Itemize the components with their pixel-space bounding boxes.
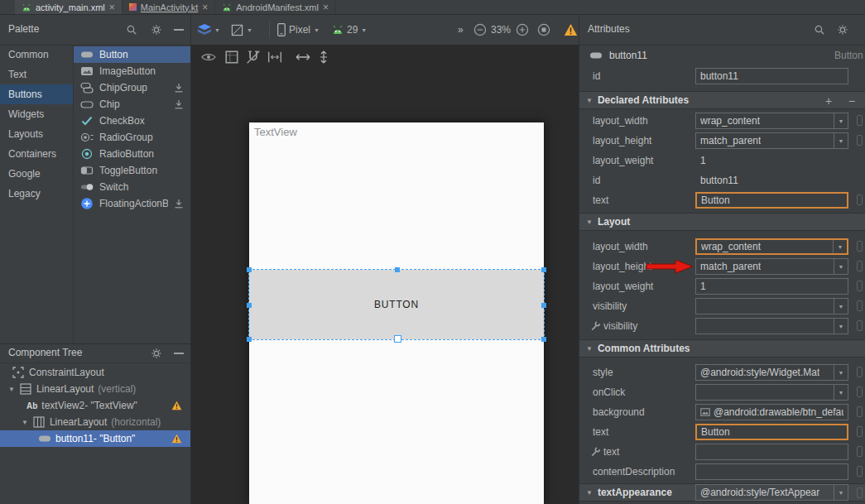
- autoconnect-off-magnet-icon[interactable]: [246, 50, 261, 65]
- layout-weight-input[interactable]: 1: [695, 278, 848, 295]
- id-value[interactable]: button11: [700, 170, 738, 190]
- surface-mode-selector[interactable]: ▼: [198, 15, 220, 45]
- vertical-distribute-icon[interactable]: [319, 50, 329, 65]
- section-layout[interactable]: ▼ Layout: [579, 213, 865, 231]
- download-icon[interactable]: [174, 99, 184, 109]
- background-input[interactable]: @android:drawable/btn_defau: [695, 404, 848, 420]
- onclick-dropdown[interactable]: ▼: [695, 384, 848, 401]
- design-canvas[interactable]: TextView BUTTON: [191, 45, 579, 504]
- close-tab-icon[interactable]: ×: [202, 2, 208, 12]
- dropdown-arrow-icon[interactable]: ▼: [834, 299, 848, 314]
- warnings-button[interactable]: [564, 15, 578, 45]
- textview-widget[interactable]: TextView: [254, 126, 297, 138]
- selection-handle-top-left[interactable]: [247, 267, 252, 272]
- blueprint-toggle[interactable]: ▼: [231, 15, 252, 45]
- palette-category-buttons[interactable]: Buttons: [0, 84, 73, 104]
- palette-item-floatingactionbutton[interactable]: FloatingActionB...: [74, 195, 190, 212]
- section-common-attributes[interactable]: ▼ Common Attributes: [579, 339, 865, 358]
- minimize-icon[interactable]: [174, 353, 184, 354]
- toolbar-overflow-button[interactable]: »: [458, 15, 464, 45]
- remove-attribute-button[interactable]: −: [848, 92, 855, 110]
- palette-item-chipgroup[interactable]: ChipGroup: [74, 79, 190, 96]
- close-tab-icon[interactable]: ×: [109, 2, 115, 12]
- dropdown-arrow-icon[interactable]: ▼: [833, 240, 847, 253]
- default-margins-icon[interactable]: [267, 50, 282, 65]
- selection-handle-middle-right[interactable]: [541, 303, 546, 308]
- resource-picker-button[interactable]: [857, 115, 863, 126]
- layout-width-dropdown[interactable]: wrap_content ▼: [695, 113, 848, 129]
- search-icon[interactable]: [126, 24, 137, 36]
- resource-picker-button[interactable]: [857, 426, 863, 437]
- resource-picker-button[interactable]: [857, 320, 863, 331]
- tree-item-linearlayout-vertical[interactable]: ▼ LinearLayout (vertical): [0, 381, 190, 397]
- warning-icon[interactable]: [171, 401, 182, 410]
- textappearance-dropdown[interactable]: @android:style/TextAppear ▼: [695, 484, 848, 501]
- selection-handle-top-center[interactable]: [395, 267, 400, 272]
- tree-item-button11[interactable]: button11- "Button": [0, 430, 190, 447]
- id-input[interactable]: button11: [695, 68, 848, 84]
- resource-picker-button[interactable]: [857, 281, 863, 291]
- tree-item-linearlayout-horizontal[interactable]: ▼ LinearLayout (horizontal): [0, 414, 190, 430]
- selection-handle-bottom-left[interactable]: [247, 337, 252, 342]
- palette-item-checkbox[interactable]: CheckBox: [74, 113, 190, 129]
- content-description-input[interactable]: [695, 463, 848, 480]
- tab-androidmanifest-xml[interactable]: AndroidManifest.xml ×: [215, 0, 336, 14]
- api-level-selector[interactable]: 29 ▼: [332, 15, 367, 45]
- tab-mainactivity-kt[interactable]: MainActivity.kt ×: [123, 0, 216, 14]
- section-declared-attributes[interactable]: ▼ Declared Attributes + −: [579, 91, 865, 109]
- layout-height-dropdown[interactable]: match_parent ▼: [695, 258, 848, 275]
- palette-item-chip[interactable]: Chip: [74, 96, 190, 113]
- expand-chevron-icon[interactable]: ▼: [8, 386, 15, 393]
- show-constraints-icon[interactable]: [224, 50, 239, 65]
- tools-text-input[interactable]: [695, 444, 848, 460]
- resource-picker-button[interactable]: [857, 367, 863, 377]
- tree-item-textview2[interactable]: Ab textView2- "TextView": [0, 397, 190, 414]
- resource-picker-button[interactable]: [857, 261, 863, 271]
- resource-picker-button[interactable]: [857, 194, 863, 205]
- gear-icon[interactable]: [151, 348, 162, 359]
- minimize-icon[interactable]: [174, 29, 184, 31]
- style-dropdown[interactable]: @android:style/Widget.Mat ▼: [695, 364, 848, 381]
- search-icon[interactable]: [814, 24, 825, 36]
- resource-picker-button[interactable]: [857, 487, 863, 498]
- text-input[interactable]: Button: [695, 192, 848, 209]
- resource-picker-button[interactable]: [857, 135, 863, 146]
- device-artboard[interactable]: TextView BUTTON: [249, 122, 544, 504]
- download-icon[interactable]: [174, 83, 184, 93]
- section-textappearance[interactable]: ▼ textAppearance @android:style/TextAppe…: [579, 483, 865, 502]
- gear-icon[interactable]: [837, 24, 848, 36]
- close-tab-icon[interactable]: ×: [323, 2, 329, 12]
- zoom-out-button[interactable]: [473, 15, 487, 45]
- resource-picker-button[interactable]: [857, 446, 863, 457]
- palette-category-containers[interactable]: Containers: [0, 144, 73, 164]
- resource-picker-button[interactable]: [857, 241, 863, 252]
- palette-item-button[interactable]: Button: [74, 46, 190, 63]
- dropdown-arrow-icon[interactable]: ▼: [834, 319, 848, 334]
- tree-item-constraintlayout[interactable]: ConstraintLayout: [0, 364, 190, 381]
- palette-category-legacy[interactable]: Legacy: [0, 184, 73, 204]
- resource-picker-button[interactable]: [857, 300, 863, 311]
- palette-item-togglebutton[interactable]: ToggleButton: [74, 162, 190, 179]
- dropdown-arrow-icon[interactable]: ▼: [834, 485, 848, 500]
- palette-category-text[interactable]: Text: [0, 65, 73, 84]
- layout-width-dropdown[interactable]: wrap_content ▼: [695, 238, 848, 255]
- palette-item-imagebutton[interactable]: ImageButton: [74, 63, 190, 79]
- tab-activity-main-xml[interactable]: activity_main.xml ×: [15, 0, 123, 14]
- selection-handle-bottom-right[interactable]: [541, 337, 546, 342]
- warning-icon[interactable]: [171, 434, 182, 444]
- palette-category-widgets[interactable]: Widgets: [0, 104, 73, 124]
- resource-picker-button[interactable]: [857, 466, 863, 477]
- dropdown-arrow-icon[interactable]: ▼: [834, 365, 848, 380]
- dropdown-arrow-icon[interactable]: ▼: [834, 133, 848, 148]
- horizontal-arrows-icon[interactable]: [296, 52, 310, 62]
- zoom-to-fit-button[interactable]: [537, 15, 550, 45]
- palette-category-google[interactable]: Google: [0, 164, 73, 184]
- palette-item-switch[interactable]: Switch: [74, 179, 190, 195]
- dropdown-arrow-icon[interactable]: ▼: [834, 113, 848, 128]
- selection-handle-top-right[interactable]: [541, 267, 546, 272]
- view-options-eye-icon[interactable]: [201, 50, 216, 65]
- device-selector[interactable]: Pixel ▼: [277, 15, 320, 45]
- layout-height-dropdown[interactable]: match_parent ▼: [695, 132, 848, 149]
- add-attribute-button[interactable]: +: [825, 92, 832, 110]
- text-input[interactable]: Button: [695, 424, 848, 440]
